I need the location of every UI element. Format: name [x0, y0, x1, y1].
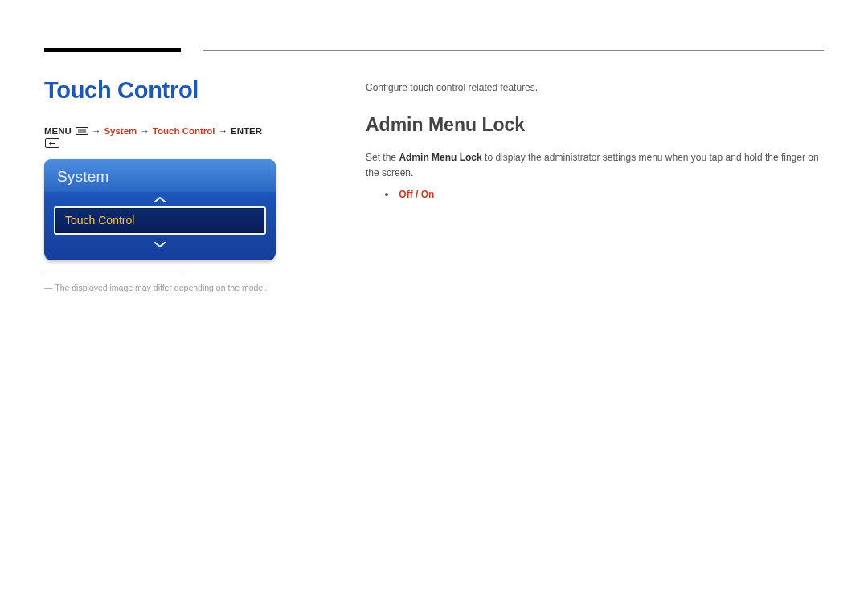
chevron-down-icon: [153, 241, 167, 249]
breadcrumb-arrow-2: →: [139, 126, 150, 136]
body-bold-term: Admin Menu Lock: [399, 152, 481, 163]
top-rule: [44, 48, 824, 53]
breadcrumb-arrow-1: →: [91, 126, 102, 136]
rule-thick: [44, 48, 181, 52]
bullet-icon: [385, 193, 388, 196]
section-heading: Admin Menu Lock: [366, 114, 824, 136]
page-title: Touch Control: [44, 77, 277, 104]
breadcrumb-arrow-3: →: [218, 126, 229, 136]
rule-thin: [203, 50, 824, 51]
osd-panel: System Touch Control: [44, 159, 276, 260]
osd-header: System: [44, 159, 276, 192]
option-list: Off / On: [366, 189, 824, 200]
osd-chevron-down-row: [44, 238, 276, 249]
osd-bottom-pad: [44, 249, 276, 260]
breadcrumb-touch-control: Touch Control: [153, 126, 215, 136]
option-off-on: Off / On: [399, 189, 434, 200]
menu-icon: [76, 127, 88, 135]
left-column: Touch Control MENU → System → Touch Cont…: [44, 77, 277, 295]
osd-chevron-up-row: [44, 192, 276, 203]
breadcrumb-system: System: [104, 126, 137, 136]
chevron-up-icon: [153, 195, 167, 203]
breadcrumb-enter-label: ENTER: [231, 126, 262, 136]
breadcrumb: MENU → System → Touch Control → ENTER: [44, 126, 277, 148]
intro-text: Configure touch control related features…: [366, 82, 824, 93]
footnote: ― The displayed image may differ dependi…: [44, 282, 277, 295]
option-slash: /: [413, 189, 421, 200]
breadcrumb-menu-label: MENU: [44, 126, 72, 136]
manual-page: Touch Control MENU → System → Touch Cont…: [0, 0, 868, 295]
body-prefix: Set the: [366, 152, 399, 163]
enter-icon: [45, 138, 59, 148]
option-off: Off: [399, 189, 412, 200]
right-column: Configure touch control related features…: [366, 77, 824, 295]
osd-selected-item-label: Touch Control: [55, 208, 264, 233]
body-text: Set the Admin Menu Lock to display the a…: [366, 150, 824, 181]
option-on: On: [421, 189, 435, 200]
osd-selected-item[interactable]: Touch Control: [54, 206, 266, 235]
footnote-rule: [44, 272, 181, 272]
columns: Touch Control MENU → System → Touch Cont…: [44, 77, 824, 295]
